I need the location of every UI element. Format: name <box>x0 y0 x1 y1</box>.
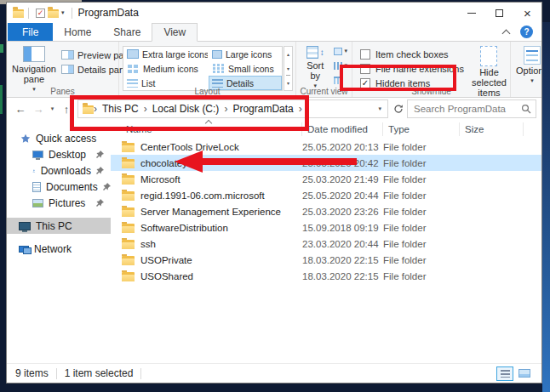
layout-item-label: Large icons <box>226 49 272 60</box>
recent-locations-dropdown[interactable]: ▾ <box>48 105 57 112</box>
item-check-boxes-row[interactable]: Item check boxes <box>360 47 464 61</box>
annotation-rectangle-address-bar <box>70 95 309 131</box>
search-box[interactable] <box>407 99 536 118</box>
column-header-date-modified[interactable]: Date modified <box>302 122 383 135</box>
small-icons-icon <box>213 64 215 66</box>
up-down-arrow-icon: ↕ <box>320 48 324 57</box>
layout-large-icons[interactable]: Large icons <box>209 47 282 61</box>
column-header-size[interactable]: Size <box>460 122 524 135</box>
tab-share[interactable]: Share <box>102 23 152 41</box>
details-pane-icon <box>61 65 74 74</box>
file-name: USOShared <box>140 271 193 281</box>
sidebar-item-pictures[interactable]: Pictures <box>7 195 111 211</box>
qat-properties-icon[interactable]: ✓ <box>36 9 45 18</box>
group-by-button[interactable]: ▾ <box>332 44 349 58</box>
file-row[interactable]: Microsoft 25.03.2020 21:49 File folder <box>111 171 541 187</box>
details-view-toggle[interactable] <box>496 366 513 381</box>
help-icon[interactable]: ? <box>520 26 533 38</box>
layout-item-label: Medium icons <box>143 64 198 74</box>
column-header-type[interactable]: Type <box>383 122 460 135</box>
layout-small-icons[interactable]: Small icons <box>209 61 282 76</box>
details-view-icon <box>501 370 510 378</box>
file-date: 15.09.2018 09:19 <box>302 223 383 233</box>
selection-count: 1 item selected <box>65 367 134 379</box>
close-icon: × <box>524 7 531 20</box>
file-name: regid.1991-06.com.microsoft <box>140 190 265 201</box>
options-button[interactable]: Options ▾ <box>513 44 541 88</box>
gallery-scroll-up[interactable]: ▴ <box>284 47 292 61</box>
thumbnail-view-toggle[interactable] <box>516 366 533 381</box>
item-check-boxes-checkbox[interactable] <box>360 49 370 60</box>
file-row[interactable]: SoftwareDistribution 15.09.2018 09:19 Fi… <box>111 219 541 236</box>
file-row[interactable]: regid.1991-06.com.microsoft 25.05.2020 2… <box>111 187 541 203</box>
file-name: Microsoft <box>140 174 180 185</box>
pin-icon[interactable] <box>103 183 111 190</box>
pin-icon[interactable] <box>96 167 104 174</box>
gallery-scroll-down[interactable]: ▾ <box>284 61 292 76</box>
back-button[interactable]: ← <box>12 103 29 116</box>
folder-icon <box>122 207 135 217</box>
file-date: 25.05.2020 20:44 <box>302 190 383 201</box>
file-type: File folder <box>383 207 460 217</box>
layout-medium-icons[interactable]: Medium icons <box>123 61 209 76</box>
pin-icon[interactable] <box>96 199 104 207</box>
file-row[interactable]: ssh 23.03.2020 20:44 File folder <box>111 236 541 252</box>
layout-item-label: Extra large icons <box>142 49 209 60</box>
sidebar-item-network[interactable]: Network <box>7 241 111 257</box>
ribbon-tabs: File Home Share View ? <box>7 23 541 42</box>
sidebar-item-desktop[interactable]: Desktop <box>7 146 111 162</box>
window-folder-icon <box>13 9 24 18</box>
window-controls: × <box>457 3 541 23</box>
file-type: File folder <box>383 239 460 249</box>
file-date: 25.03.2020 23:26 <box>302 207 383 217</box>
file-row[interactable]: USOShared 18.03.2020 22:15 File folder <box>111 268 541 284</box>
file-name: Server Management Experience <box>140 207 281 217</box>
sidebar-item-quick-access[interactable]: Quick access <box>7 130 111 146</box>
forward-button[interactable]: → <box>30 103 47 116</box>
options-label: Options <box>516 65 541 76</box>
sidebar-item-documents[interactable]: Documents <box>7 179 111 195</box>
chevron-down-icon: ▾ <box>530 76 534 86</box>
file-type: File folder <box>383 174 460 185</box>
maximize-icon <box>496 9 503 17</box>
folder-icon <box>122 272 135 281</box>
tab-home[interactable]: Home <box>53 23 102 41</box>
tab-file[interactable]: File <box>8 23 53 41</box>
view-toggles <box>496 366 533 381</box>
desktop-fragment <box>542 22 550 392</box>
thumbnail-view-icon <box>518 369 530 378</box>
qat-new-folder-icon[interactable] <box>48 9 59 18</box>
ribbon-group-options: Options ▾ <box>511 42 541 97</box>
ribbon: Navigation pane ▾ Preview pane Details p… <box>7 42 541 98</box>
sidebar-item-downloads[interactable]: Downloads <box>7 162 111 179</box>
window-title: ProgramData <box>78 7 139 19</box>
address-dropdown[interactable]: ▾ <box>374 105 386 112</box>
folder-icon <box>122 175 135 185</box>
ribbon-group-layout: Extra large icons Large icons Medium ico… <box>119 42 296 97</box>
file-type: File folder <box>383 271 460 281</box>
ribbon-group-panes: Navigation pane ▾ Preview pane Details p… <box>7 42 119 97</box>
desktop-fragment <box>0 44 3 53</box>
file-type: File folder <box>383 158 460 168</box>
minimize-button[interactable] <box>457 3 485 23</box>
layout-extra-large-icons[interactable]: Extra large icons <box>123 47 209 61</box>
refresh-button[interactable] <box>391 104 406 114</box>
file-type: File folder <box>383 190 460 201</box>
close-button[interactable]: × <box>513 3 541 23</box>
minimize-icon <box>467 13 476 14</box>
star-icon <box>20 134 31 144</box>
file-date: 25.05.2020 20:13 <box>302 142 383 152</box>
file-date: 25.03.2020 21:49 <box>302 174 383 185</box>
pin-icon[interactable] <box>96 151 104 158</box>
file-row[interactable]: USOPrivate 18.03.2020 22:15 File folder <box>111 252 541 268</box>
sidebar-item-this-pc[interactable]: This PC <box>7 218 111 234</box>
ribbon-corner-controls: ? <box>503 23 541 41</box>
search-input[interactable] <box>414 104 521 114</box>
qat-customize-dropdown[interactable]: ▾ <box>61 9 65 16</box>
folder-icon <box>122 159 135 168</box>
file-row[interactable]: Server Management Experience 25.03.2020 … <box>111 203 541 219</box>
collapse-ribbon-icon[interactable] <box>502 30 511 38</box>
tab-view[interactable]: View <box>152 23 198 42</box>
hide-selected-items-icon <box>480 46 497 66</box>
maximize-button[interactable] <box>485 3 513 23</box>
